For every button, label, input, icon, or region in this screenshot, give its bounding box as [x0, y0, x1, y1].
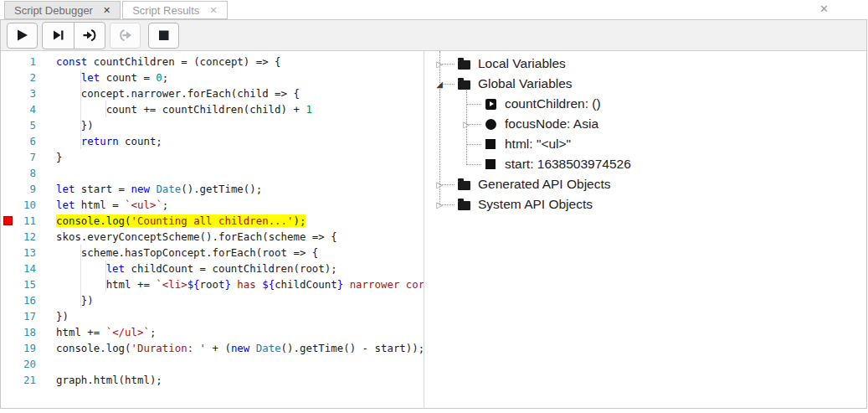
tab-script-debugger[interactable]: Script Debugger ✕: [4, 1, 121, 19]
code-line: 20: [1, 356, 424, 372]
tree-item-label: Local Variables: [478, 56, 566, 71]
breakpoint-gutter[interactable]: [1, 117, 14, 133]
step-out-button[interactable]: [110, 23, 141, 49]
breakpoint-gutter[interactable]: [1, 261, 14, 276]
indent-guide: [81, 276, 106, 292]
code-line: 21graph.html(html);: [1, 372, 424, 388]
tree-item[interactable]: ▷Generated API Objects: [434, 174, 866, 194]
play-icon: [14, 28, 30, 43]
line-number: 3: [14, 85, 36, 101]
code-line-text: let count = 0;: [36, 70, 168, 85]
code-line: 13scheme.hasTopConcept.forEach(root => {: [1, 245, 424, 261]
breakpoint-gutter[interactable]: [1, 340, 14, 356]
script-debugger-panel: 1const countChildren = (concept) => {2le…: [0, 19, 867, 409]
code-editor[interactable]: 1const countChildren = (concept) => {2le…: [1, 51, 424, 408]
line-number: 14: [14, 261, 36, 276]
expand-arrow-icon[interactable]: ▷: [434, 194, 444, 214]
indent-guide: [56, 261, 81, 276]
expand-arrow-icon[interactable]: ▷: [461, 114, 471, 134]
code-line: 1const countChildren = (concept) => {: [1, 54, 424, 70]
indent-guide: [81, 101, 106, 117]
breakpoint-gutter[interactable]: [1, 356, 14, 372]
folder-icon: [458, 58, 470, 70]
code-line-text: }): [36, 117, 94, 133]
folder-icon: [458, 78, 470, 90]
breakpoint-gutter[interactable]: [1, 324, 14, 340]
line-number: 7: [14, 149, 36, 165]
breakpoint-gutter[interactable]: [1, 181, 14, 197]
breakpoint-marker[interactable]: [3, 216, 13, 225]
breakpoint-gutter[interactable]: [1, 101, 14, 117]
breakpoint-gutter[interactable]: [1, 292, 14, 308]
line-number: 5: [14, 117, 36, 133]
breakpoint-gutter[interactable]: [1, 85, 14, 101]
code-line: 19console.log('Duration: ' + (new Date()…: [1, 340, 424, 356]
tab-strip: Script Debugger ✕ Script Results ✕ ✕: [0, 0, 868, 19]
line-number: 15: [14, 276, 36, 292]
close-icon[interactable]: ✕: [103, 6, 110, 15]
tree-item[interactable]: ▷System API Objects: [434, 194, 866, 214]
breakpoint-gutter[interactable]: [1, 372, 14, 388]
panel-close-icon[interactable]: ✕: [819, 3, 829, 14]
code-line: 6return count;: [1, 133, 424, 149]
tree-item-label: Generated API Objects: [478, 177, 611, 192]
highlighted-statement: console.log('Counting all children...');: [56, 214, 306, 227]
tree-item[interactable]: start: 1638503974526: [434, 154, 866, 174]
indent-guide: [56, 101, 81, 117]
code-line: 7}: [1, 149, 424, 165]
run-button[interactable]: [7, 23, 38, 49]
indent-guide: [56, 245, 81, 261]
tab-script-results[interactable]: Script Results ✕: [122, 1, 227, 19]
breakpoint-gutter[interactable]: [1, 308, 14, 324]
tree-item[interactable]: ▷Local Variables: [434, 54, 866, 74]
code-line-text: let html = `<ul>`;: [36, 197, 168, 213]
code-line: 14let childCount = countChildren(root);: [1, 261, 424, 276]
breakpoint-gutter[interactable]: [1, 165, 14, 181]
step-out-icon: [117, 28, 133, 43]
close-icon[interactable]: ✕: [209, 6, 217, 15]
step-into-button[interactable]: [74, 23, 105, 49]
tree-connector-stub: [467, 164, 481, 165]
code-line: 9let start = new Date().getTime();: [1, 181, 424, 197]
code-line: 17}): [1, 308, 424, 324]
breakpoint-gutter[interactable]: [1, 276, 14, 292]
stop-button[interactable]: [148, 23, 179, 49]
code-line-text: }): [36, 292, 94, 308]
folder-icon: [458, 199, 470, 210]
code-line-text: html += `<li>${root} has ${childCount} n…: [36, 276, 424, 292]
panel-splitter[interactable]: [424, 51, 434, 408]
line-number: 9: [14, 181, 36, 197]
code-line: 11console.log('Counting all children...'…: [1, 213, 424, 229]
indent-guide: [56, 85, 81, 101]
breakpoint-gutter[interactable]: [1, 197, 14, 213]
line-number: 13: [14, 245, 36, 261]
line-number: 17: [14, 308, 36, 324]
breakpoint-gutter[interactable]: [1, 149, 14, 165]
breakpoint-gutter[interactable]: [1, 133, 14, 149]
code-line: 18html += `</ul>`;: [1, 324, 424, 340]
expand-arrow-icon[interactable]: ▷: [434, 174, 444, 194]
tree-item[interactable]: ▷focusNode: Asia: [434, 114, 866, 134]
tree-connector-stub: [467, 144, 481, 145]
line-number: 2: [14, 70, 36, 85]
breakpoint-gutter[interactable]: [1, 245, 14, 261]
line-number: 8: [14, 165, 36, 181]
collapse-arrow-icon[interactable]: ◢: [434, 74, 444, 94]
breakpoint-gutter[interactable]: [1, 213, 14, 229]
step-over-button[interactable]: [43, 23, 74, 49]
code-line-text: graph.html(html);: [36, 372, 162, 388]
square-icon: [485, 139, 497, 149]
breakpoint-gutter[interactable]: [1, 70, 14, 85]
tree-item[interactable]: countChildren: (): [434, 94, 866, 114]
code-line: 16}): [1, 292, 424, 308]
breakpoint-gutter[interactable]: [1, 54, 14, 70]
tab-script-results-label: Script Results: [132, 4, 199, 17]
expand-arrow-icon[interactable]: ▷: [434, 54, 444, 74]
tree-item[interactable]: html: "<ul>": [434, 134, 866, 154]
code-line-text: let childCount = countChildren(root);: [36, 261, 337, 276]
split-content: 1const countChildren = (concept) => {2le…: [1, 51, 866, 408]
line-number: 4: [14, 101, 36, 117]
tree-item[interactable]: ◢Global Variables: [434, 74, 866, 94]
code-line: 5}): [1, 117, 424, 133]
breakpoint-gutter[interactable]: [1, 229, 14, 245]
